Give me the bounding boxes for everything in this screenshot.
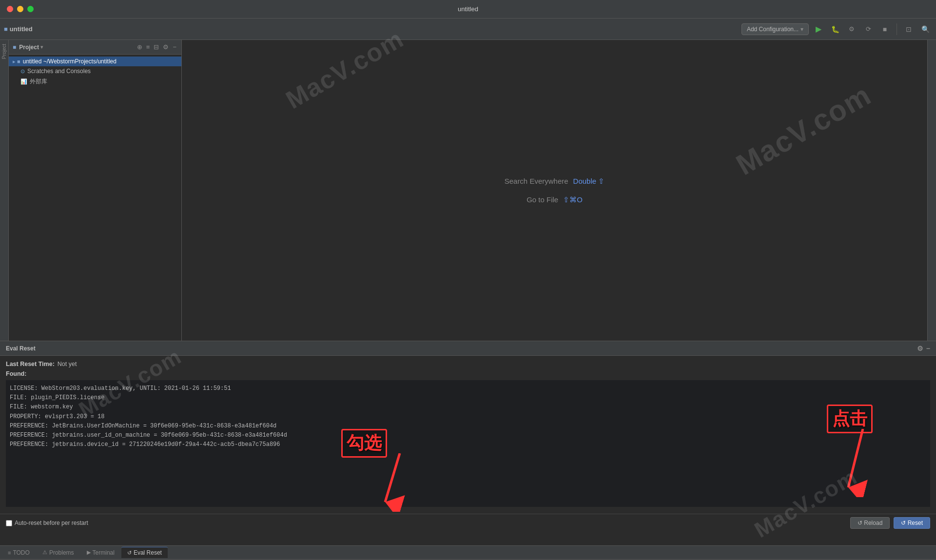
panel-header-actions: ⚙ −: [917, 345, 930, 352]
bottom-panel: Eval Reset ⚙ − Last Reset Time: Not yet …: [0, 341, 936, 545]
log-line: PREFERENCE: jetbrains.user_id_on_machine…: [10, 431, 926, 440]
project-label: ■ untitled: [4, 25, 33, 33]
minimize-button[interactable]: [17, 6, 23, 12]
tree-item-root[interactable]: ▸ ■ untitled ~/WebstormProjects/untitled: [9, 57, 181, 66]
goto-file-row: Go to File ⇧⌘O: [526, 195, 583, 204]
settings-icon[interactable]: ⚙: [917, 345, 923, 352]
tab-problems[interactable]: ⚠ Problems: [37, 547, 80, 558]
maximize-button[interactable]: [27, 6, 34, 12]
project-tab[interactable]: Project: [0, 42, 8, 61]
project-panel-header: ■ Project ▾ ⊕ ≡ ⊟ ⚙ −: [9, 40, 181, 55]
scratch-icon: ⊙: [20, 68, 25, 75]
tab-terminal[interactable]: ▶ Terminal: [81, 547, 120, 558]
window-controls[interactable]: [7, 6, 34, 12]
add-configuration-button[interactable]: Add Configuration... ▾: [741, 23, 809, 35]
auto-reset-checkbox[interactable]: [6, 520, 12, 526]
project-tree: ▸ ■ untitled ~/WebstormProjects/untitled…: [9, 55, 181, 89]
found-row: Found:: [6, 370, 930, 377]
bottom-actions: Auto-reset before per restart ↺ Reload ↺…: [0, 514, 936, 532]
group-icon[interactable]: ⊟: [153, 42, 160, 52]
search-button[interactable]: 🔍: [918, 22, 932, 36]
stop-button[interactable]: ■: [878, 22, 892, 36]
locate-icon[interactable]: ⊕: [136, 42, 143, 52]
project-panel: ■ Project ▾ ⊕ ≡ ⊟ ⚙ − ▸ ■ untitled ~/Web…: [9, 40, 182, 341]
todo-icon: ≡: [8, 550, 11, 556]
window-title: untitled: [458, 5, 478, 13]
profile-button[interactable]: ⟳: [861, 22, 875, 36]
library-icon: 📊: [20, 78, 27, 85]
auto-reset-checkbox-row: Auto-reset before per restart: [6, 520, 88, 526]
search-everywhere-row: Search Everywhere Double ⇧: [505, 177, 605, 186]
reset-button[interactable]: ↺ Reset: [894, 517, 930, 529]
run-button[interactable]: ▶: [812, 22, 825, 36]
main-toolbar: ■ untitled Add Configuration... ▾ ▶ 🐛 ⚙ …: [0, 19, 936, 40]
tree-item-external-libs[interactable]: 📊 外部库: [9, 76, 181, 87]
editor-area: Search Everywhere Double ⇧ Go to File ⇧⌘…: [182, 40, 927, 341]
tab-eval-reset[interactable]: ↺ Eval Reset: [121, 547, 168, 558]
eval-reset-icon: ↺: [127, 550, 132, 556]
layout-button[interactable]: ⊡: [902, 22, 916, 36]
log-line: FILE: plugin_PIEDIS.license: [10, 393, 926, 403]
log-area: LICENSE: WebStorm203.evaluation.key, UNT…: [6, 380, 930, 507]
log-line: PROPERTY: evlsprt3.203 = 18: [10, 412, 926, 422]
close-button[interactable]: [7, 6, 13, 12]
left-sidebar: Project: [0, 40, 9, 341]
bottom-panel-header: Eval Reset ⚙ −: [0, 341, 936, 356]
tab-todo[interactable]: ≡ TODO: [2, 547, 36, 558]
chevron-down-icon: ▾: [40, 44, 43, 50]
log-line: LICENSE: WebStorm203.evaluation.key, UNT…: [10, 384, 926, 393]
debug-button[interactable]: 🐛: [828, 22, 842, 36]
dropdown-icon: ▾: [800, 26, 803, 33]
right-sidebar: [927, 40, 936, 341]
terminal-icon: ▶: [87, 549, 91, 556]
folder-icon: ▸ ■: [13, 58, 20, 65]
tree-item-scratches[interactable]: ⊙ Scratches and Consoles: [9, 66, 181, 76]
titlebar: untitled: [0, 0, 936, 19]
close-panel-icon[interactable]: −: [172, 42, 177, 52]
log-line: PREFERENCE: jetbrains.device_id = 271220…: [10, 440, 926, 449]
minimize-panel-icon[interactable]: −: [926, 345, 930, 352]
settings-icon[interactable]: ⚙: [162, 42, 170, 52]
log-line: PREFERENCE: JetBrains.UserIdOnMachine = …: [10, 422, 926, 431]
panel-content: Last Reset Time: Not yet Found: LICENSE:…: [0, 356, 936, 514]
reload-button[interactable]: ↺ Reload: [850, 517, 890, 529]
problems-icon: ⚠: [42, 549, 47, 556]
flatten-icon[interactable]: ≡: [145, 42, 151, 52]
panel-header-icons: ⊕ ≡ ⊟ ⚙ −: [136, 42, 177, 52]
bottom-tabs: ≡ TODO ⚠ Problems ▶ Terminal ↺ Eval Rese…: [0, 545, 936, 559]
project-panel-title[interactable]: Project ▾: [19, 44, 43, 51]
coverage-button[interactable]: ⚙: [845, 22, 858, 36]
watermark-2: MacV.com: [730, 78, 877, 182]
editor-shortcuts: Search Everywhere Double ⇧ Go to File ⇧⌘…: [505, 177, 605, 204]
log-line: FILE: webstorm.key: [10, 403, 926, 412]
last-reset-row: Last Reset Time: Not yet: [6, 361, 930, 367]
